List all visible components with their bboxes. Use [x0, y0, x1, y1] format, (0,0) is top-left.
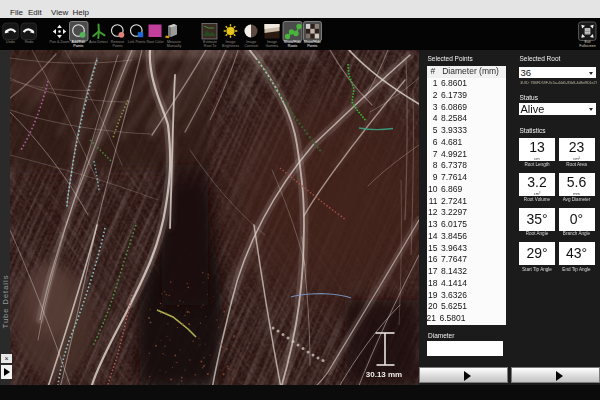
- svg-text:30.13 mm: 30.13 mm: [366, 370, 402, 379]
